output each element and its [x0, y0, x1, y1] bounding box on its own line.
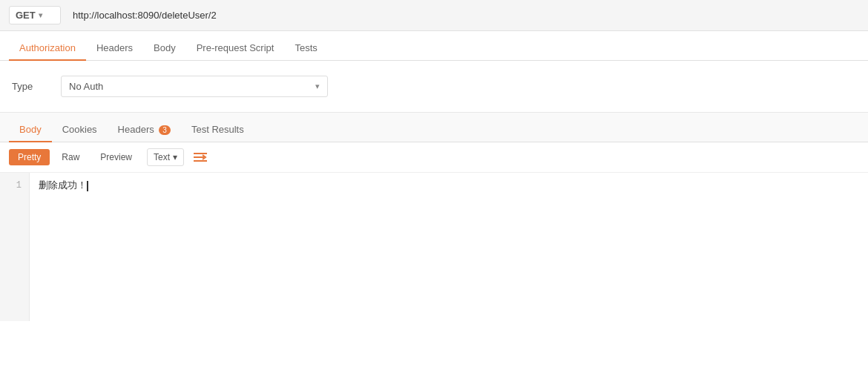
tab-authorization[interactable]: Authorization — [9, 36, 86, 61]
tab-headers[interactable]: Headers — [86, 36, 143, 61]
line-numbers: 1 — [0, 173, 30, 321]
code-area: 1 删除成功！ — [0, 173, 868, 321]
pretty-button[interactable]: Pretty — [9, 149, 50, 165]
tab-body[interactable]: Body — [143, 36, 186, 61]
text-format-chevron-icon: ▾ — [173, 152, 177, 162]
code-content: 删除成功！ — [30, 173, 868, 321]
response-section: Body Cookies Headers 3 Test Results Pret… — [0, 113, 868, 321]
tab-pre-request-script[interactable]: Pre-request Script — [186, 36, 285, 61]
response-tab-headers-label: Headers — [118, 124, 157, 135]
method-selector[interactable]: GET ▾ — [9, 6, 61, 24]
request-tabs: Authorization Headers Body Pre-request S… — [0, 31, 868, 61]
body-toolbar: Pretty Raw Preview Text ▾ — [0, 142, 868, 173]
preview-button[interactable]: Preview — [91, 149, 141, 165]
response-tab-body[interactable]: Body — [9, 118, 52, 142]
auth-row: Type No Auth ▾ — [12, 76, 856, 97]
text-format-selector[interactable]: Text ▾ — [147, 148, 184, 166]
line-number-1: 1 — [7, 179, 22, 193]
headers-badge: 3 — [159, 125, 171, 135]
response-tabs: Body Cookies Headers 3 Test Results — [0, 113, 868, 142]
raw-button[interactable]: Raw — [53, 149, 88, 165]
url-input[interactable] — [68, 7, 859, 24]
response-tab-cookies[interactable]: Cookies — [52, 118, 108, 142]
auth-type-label: Type — [12, 81, 49, 92]
auth-type-dropdown[interactable]: No Auth ▾ — [61, 76, 328, 97]
wrap-icon[interactable] — [193, 151, 208, 163]
auth-dropdown-chevron-icon: ▾ — [315, 82, 320, 91]
text-format-label: Text — [154, 152, 170, 162]
response-text: 删除成功！ — [39, 180, 87, 191]
auth-section: Type No Auth ▾ — [0, 61, 868, 113]
url-bar: GET ▾ — [0, 0, 868, 31]
method-chevron-icon: ▾ — [39, 11, 42, 19]
tab-tests[interactable]: Tests — [284, 36, 327, 61]
response-tab-test-results[interactable]: Test Results — [181, 118, 254, 142]
method-label: GET — [16, 10, 36, 21]
response-tab-headers[interactable]: Headers 3 — [108, 118, 181, 142]
auth-type-value: No Auth — [69, 81, 103, 92]
cursor — [87, 181, 88, 191]
